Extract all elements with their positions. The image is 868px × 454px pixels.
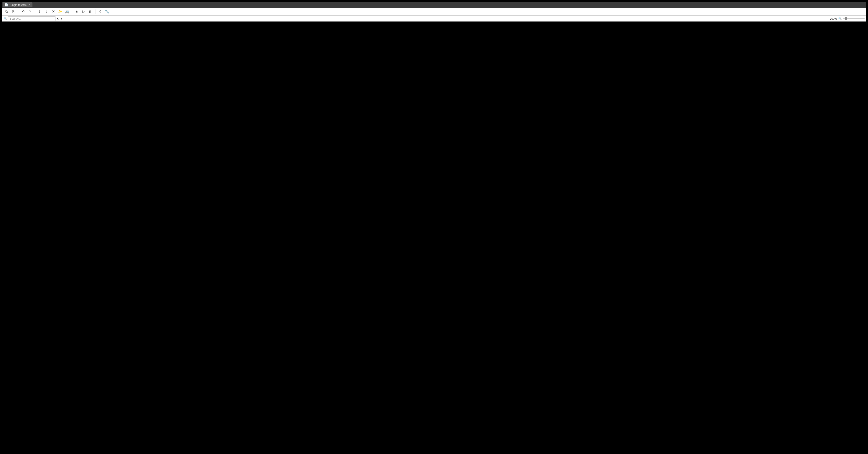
redo-button[interactable]: ↷ [27, 9, 33, 14]
move-up-button[interactable]: ⇧ [36, 9, 42, 14]
run-button[interactable]: ▷ [81, 9, 87, 14]
search-up-icon[interactable]: ∧ [57, 17, 59, 20]
copy-button[interactable]: ⧉ [3, 9, 9, 14]
tab-icon: 📄 [5, 3, 8, 6]
search-down-icon[interactable]: ∨ [60, 17, 62, 20]
search-input[interactable] [8, 16, 56, 21]
delete-button[interactable]: ✕ [50, 9, 56, 14]
wand-button[interactable]: ✨ [57, 9, 63, 14]
binoculars-icon[interactable]: 🔍 [3, 17, 7, 20]
close-icon[interactable]: × [28, 3, 30, 6]
print-button[interactable]: 🖨 [97, 9, 103, 14]
gem-button[interactable]: ◈ [74, 9, 80, 14]
move-down-button[interactable]: ⇩ [43, 9, 50, 14]
status-bar: 🔍 ∧ ∨ 100% 🔍 [2, 16, 866, 22]
zoom-label: 100% [830, 17, 837, 20]
paste-button[interactable]: ⎘ [10, 9, 16, 14]
transport-button[interactable]: 🚐 [64, 9, 70, 14]
editor-tab[interactable]: 📄 *Login to AMS × [3, 2, 32, 7]
tool-button[interactable]: 🔧 [104, 9, 110, 14]
zoom-slider[interactable] [843, 18, 865, 19]
toolbar: ⧉ ⎘ ↶ ↷ ⇧ ⇩ ✕ ✨ 🚐 ◈ ▷ 🗑 🖨 🔧 [2, 8, 866, 16]
trash-button[interactable]: 🗑 [88, 9, 94, 14]
undo-button[interactable]: ↶ [20, 9, 26, 14]
tab-title: *Login to AMS [9, 3, 27, 6]
title-bar: 📄 *Login to AMS × [2, 2, 866, 8]
zoom-icon[interactable]: 🔍 [838, 17, 842, 20]
